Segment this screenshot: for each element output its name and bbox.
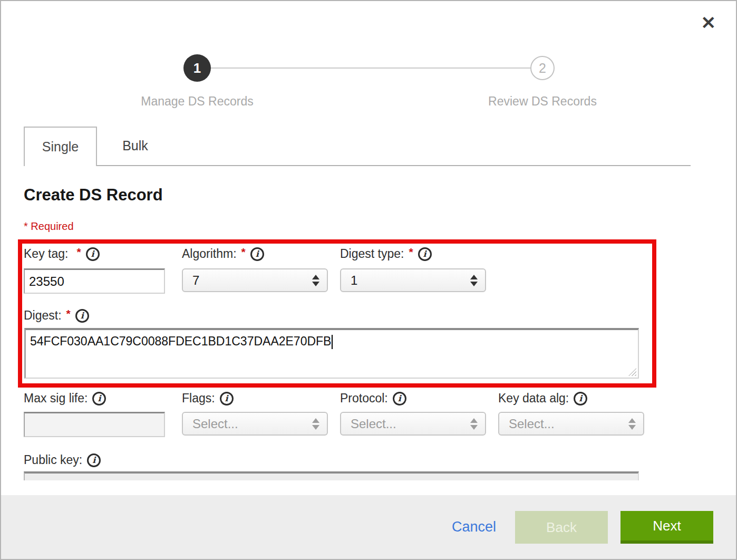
key-data-alg-select-value: Select... — [499, 417, 628, 431]
page-title: Create DS Record — [24, 186, 163, 205]
key-tag-input[interactable] — [24, 268, 165, 294]
tab-bulk[interactable]: Bulk — [99, 127, 172, 165]
stepper-step-2-circle: 2 — [530, 56, 555, 80]
key-tag-label-row: Key tag: * i — [24, 247, 100, 261]
key-data-alg-label-row: Key data alg: i — [498, 391, 587, 405]
digest-type-select-value: 1 — [341, 273, 470, 288]
modal-footer: Cancel Back Next — [1, 495, 736, 559]
tab-bar: Single Bulk — [24, 127, 691, 166]
digest-textarea[interactable]: 54FCF030AA1C79C0088FDEC1BD1C37DAA2E70DFB — [24, 328, 639, 379]
select-arrows-icon — [312, 275, 319, 286]
stepper-step-1-label: Manage DS Records — [113, 94, 282, 109]
key-data-alg-label: Key data alg: — [498, 391, 569, 405]
required-asterisk: * — [76, 246, 81, 258]
max-sig-life-input[interactable] — [24, 412, 165, 437]
cancel-link[interactable]: Cancel — [452, 519, 496, 535]
tab-single[interactable]: Single — [24, 127, 97, 166]
algorithm-label-row: Algorithm: * i — [182, 247, 264, 261]
required-asterisk: * — [66, 307, 71, 320]
protocol-label-row: Protocol: i — [340, 391, 406, 405]
stepper-step-2-label: Review DS Records — [458, 94, 627, 109]
back-button[interactable]: Back — [515, 511, 608, 544]
required-asterisk: * — [409, 246, 413, 258]
key-tag-label: Key tag: — [24, 247, 68, 261]
flags-select-value: Select... — [183, 417, 312, 431]
digest-label: Digest: — [24, 308, 62, 323]
info-icon[interactable]: i — [86, 247, 100, 261]
stepper-step-1-circle: 1 — [183, 54, 211, 82]
digest-type-label-row: Digest type: * i — [340, 247, 432, 261]
info-icon[interactable]: i — [87, 453, 101, 467]
public-key-textarea[interactable] — [24, 471, 639, 480]
max-sig-life-label-row: Max sig life: i — [24, 391, 106, 405]
next-button[interactable]: Next — [620, 511, 713, 544]
digest-label-row: Digest: * i — [24, 308, 89, 323]
flags-select[interactable]: Select... — [182, 412, 328, 436]
algorithm-select-value: 7 — [183, 273, 312, 288]
required-note: * Required — [24, 220, 74, 233]
info-icon[interactable]: i — [75, 309, 89, 323]
info-icon[interactable]: i — [92, 392, 106, 405]
digest-value: 54FCF030AA1C79C0088FDEC1BD1C37DAA2E70DFB — [30, 334, 331, 348]
public-key-label-row: Public key: i — [24, 453, 101, 467]
info-icon[interactable]: i — [220, 392, 234, 405]
info-icon[interactable]: i — [393, 392, 406, 405]
protocol-select-value: Select... — [341, 417, 470, 431]
select-arrows-icon — [312, 418, 319, 430]
create-ds-record-modal: ✕ 1 2 Manage DS Records Review DS Record… — [0, 0, 737, 560]
stepper-connector — [197, 67, 542, 69]
algorithm-select[interactable]: 7 — [182, 268, 328, 292]
flags-label-row: Flags: i — [182, 391, 234, 405]
digest-type-select[interactable]: 1 — [340, 268, 486, 292]
select-arrows-icon — [470, 275, 478, 286]
text-caret — [332, 335, 333, 349]
close-icon[interactable]: ✕ — [701, 14, 716, 32]
algorithm-label: Algorithm: — [182, 247, 237, 261]
info-icon[interactable]: i — [250, 247, 264, 261]
max-sig-life-label: Max sig life: — [24, 391, 88, 405]
flags-label: Flags: — [182, 391, 215, 405]
select-arrows-icon — [628, 418, 636, 430]
key-data-alg-select[interactable]: Select... — [498, 412, 644, 436]
info-icon[interactable]: i — [574, 392, 587, 405]
info-icon[interactable]: i — [418, 247, 432, 261]
resize-grip-icon[interactable] — [628, 368, 636, 376]
required-asterisk: * — [241, 246, 246, 258]
select-arrows-icon — [470, 418, 478, 430]
public-key-label: Public key: — [24, 453, 82, 467]
digest-type-label: Digest type: — [340, 247, 404, 261]
protocol-label: Protocol: — [340, 391, 388, 405]
protocol-select[interactable]: Select... — [340, 412, 486, 436]
